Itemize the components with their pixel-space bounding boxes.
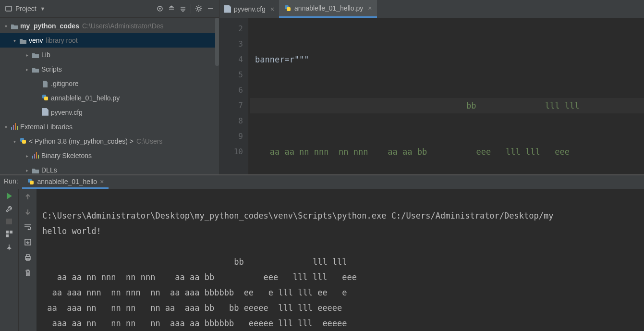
file-icon (42, 80, 49, 88)
tree-external-libraries[interactable]: ▾ External Libraries (0, 120, 219, 134)
folder-icon (32, 167, 39, 174)
soft-wrap-icon[interactable] (24, 223, 32, 232)
cfg-file-icon (42, 108, 49, 116)
cfg-file-icon (224, 5, 231, 13)
tree-python-env[interactable]: ▾ < Python 3.8 (my_python_codes) > C:\Us… (0, 134, 219, 148)
trash-icon[interactable] (24, 269, 31, 278)
up-icon[interactable] (24, 194, 31, 202)
dropdown-icon[interactable]: ▼ (40, 6, 46, 12)
svg-rect-5 (10, 231, 12, 233)
editor-tab-annablelle[interactable]: annablelle_01_hello.py × (279, 0, 377, 18)
run-toolbar-actions (18, 189, 36, 331)
libraries-icon (32, 152, 39, 159)
svg-point-3 (197, 7, 200, 10)
expand-all-icon[interactable] (166, 3, 177, 14)
svg-rect-4 (6, 231, 9, 233)
close-icon[interactable]: × (100, 178, 104, 185)
tree-cfg[interactable]: pyvenv.cfg (0, 105, 219, 120)
python-icon (19, 137, 27, 145)
svg-rect-6 (6, 234, 9, 237)
editor-area: pyvenv.cfg × annablelle_01_hello.py × 2 … (219, 0, 644, 174)
line-gutter: 2 3 4 5 6 7 8 9 10 (219, 18, 248, 174)
folder-icon (32, 52, 39, 59)
rerun-icon[interactable] (7, 193, 12, 199)
close-icon[interactable]: × (368, 4, 372, 12)
svg-rect-0 (6, 6, 12, 11)
run-panel: Run: annablelle_01_hello × C:\Users\Admi… (0, 174, 644, 331)
project-panel: Project ▼ ▾ my_python_codes C:\Users\Adm… (0, 0, 219, 174)
run-label: Run: (3, 175, 22, 189)
editor-tabs: pyvenv.cfg × annablelle_01_hello.py × (219, 0, 644, 18)
gear-icon[interactable] (193, 3, 205, 14)
svg-rect-9 (26, 255, 29, 257)
tree-gitignore[interactable]: .gitignore (0, 76, 219, 91)
code-area[interactable]: banner=r""" bb lll lll aa aa nn nnn nn n… (248, 18, 644, 174)
tree-binary-skeletons[interactable]: ▸ Binary Skeletons (0, 148, 219, 163)
venv-hint: library root (46, 37, 78, 44)
run-header: Run: annablelle_01_hello × (0, 175, 644, 189)
tree-dlls[interactable]: ▸ DLLs (0, 163, 219, 174)
stop-icon[interactable] (6, 219, 12, 224)
down-icon[interactable] (24, 208, 31, 217)
project-panel-header: Project ▼ (0, 0, 219, 18)
run-toolbar-left (0, 189, 18, 331)
project-icon (5, 5, 12, 12)
folder-icon (11, 23, 18, 30)
hide-icon[interactable] (205, 3, 216, 14)
project-panel-title: Project (15, 5, 36, 12)
project-tree: ▾ my_python_codes C:\Users\Administrator… (0, 18, 219, 174)
scroll-to-end-icon[interactable] (24, 238, 32, 247)
collapse-all-icon[interactable] (177, 3, 189, 14)
venv-name: venv (29, 37, 43, 44)
tree-venv[interactable]: ▾ venv library root (0, 33, 219, 48)
root-path: C:\Users\Administrator\Des (82, 22, 164, 30)
wrench-icon[interactable] (5, 205, 13, 213)
close-icon[interactable]: × (270, 5, 274, 13)
libraries-icon (11, 123, 18, 130)
root-name: my_python_codes (20, 22, 79, 30)
tree-lib[interactable]: ▸ Lib (0, 48, 219, 62)
pin-icon[interactable] (5, 244, 13, 251)
run-tab[interactable]: annablelle_01_hello × (22, 175, 109, 189)
console-output[interactable]: C:\Users\Administrator\Desktop\my_python… (36, 189, 644, 331)
tree-root[interactable]: ▾ my_python_codes C:\Users\Administrator… (0, 19, 219, 33)
tree-scripts[interactable]: ▸ Scripts (0, 62, 219, 76)
python-file-icon (41, 94, 49, 101)
editor-body: 2 3 4 5 6 7 8 9 10 banner=r""" bb lll ll… (219, 18, 644, 174)
tree-pyfile[interactable]: annablelle_01_hello.py (0, 91, 219, 105)
python-icon (27, 178, 35, 185)
layout-icon[interactable] (5, 230, 13, 238)
scrollbar[interactable] (215, 18, 219, 66)
python-file-icon (284, 4, 292, 12)
svg-point-2 (159, 8, 160, 9)
folder-icon (32, 66, 39, 73)
folder-icon (19, 37, 27, 44)
select-opened-file-icon[interactable] (154, 3, 166, 14)
editor-tab-pyvenv[interactable]: pyvenv.cfg × (219, 0, 279, 18)
print-icon[interactable] (24, 254, 32, 262)
